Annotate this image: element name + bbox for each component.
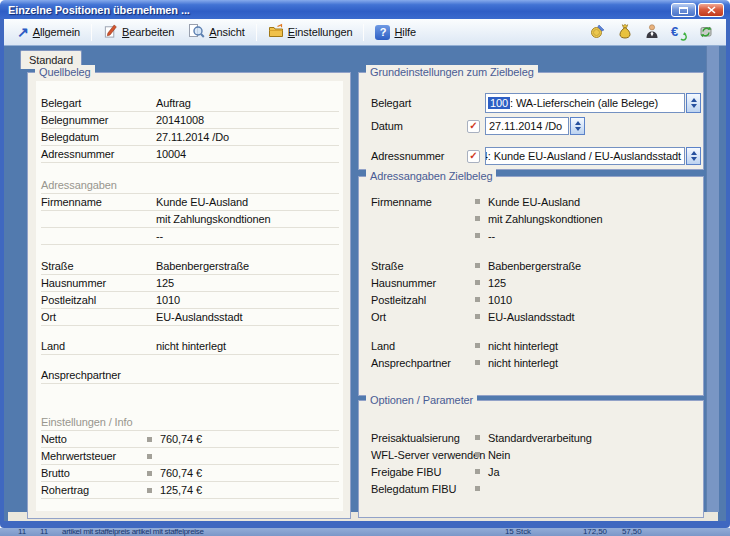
field-row: Netto760,74 € — [41, 431, 339, 448]
toolbar-right-icons: € — [590, 23, 720, 41]
belegart-spinner[interactable] — [686, 93, 701, 113]
restore-window-button[interactable] — [671, 3, 696, 17]
equals-marker-icon — [475, 280, 480, 285]
field-value: Babenbergerstraße — [156, 260, 249, 272]
belegart-row: Belegart 100 : WA-Lieferschein (alle Bel… — [371, 93, 701, 113]
field-value: Ja — [488, 466, 499, 478]
field-value: Auftrag — [156, 97, 191, 109]
menu-hilfe[interactable]: ? Hilfe — [368, 21, 423, 44]
field-value: 125,74 € — [160, 484, 202, 496]
bg-cell: 11 — [18, 528, 26, 536]
field-value: 1010 — [488, 294, 512, 306]
field-label: Hausnummer — [371, 277, 475, 289]
section-header: Adressangaben — [41, 177, 339, 194]
field-label: Belegart — [41, 97, 156, 109]
field-row: FirmennameKunde EU-Ausland — [41, 194, 339, 211]
euro-icon[interactable]: € — [671, 24, 687, 40]
field-label: Hausnummer — [41, 277, 156, 289]
field-label: Ort — [371, 311, 475, 323]
adressnummer-spinner[interactable] — [686, 147, 701, 165]
field-label: Adressnummer — [41, 148, 156, 160]
field-label: Belegart — [371, 97, 467, 109]
menu-einstellungen[interactable]: Einstellungen — [261, 21, 360, 44]
person-icon[interactable] — [644, 23, 660, 41]
field-label: Preisaktualsierung — [371, 432, 475, 444]
field-label: Datum — [371, 120, 467, 132]
field-value: -- — [488, 230, 495, 242]
equals-marker-icon — [475, 216, 480, 221]
recycle-icon[interactable] — [698, 23, 714, 41]
datum-input[interactable]: 27.11.2014 /Do — [485, 117, 569, 135]
field-row: OrtEU-Auslandsstadt — [371, 308, 701, 325]
bg-cell: artikel mit staffelpreis artikel mit sta… — [62, 528, 204, 536]
help-icon: ? — [375, 25, 390, 40]
field-label: Postleitzahl — [371, 294, 475, 306]
checked-note-icon[interactable]: ✓ — [467, 120, 480, 133]
field-label: WFL-Server verwenden — [371, 449, 475, 461]
belegart-combobox[interactable]: 100 : WA-Lieferschein (alle Belege) — [485, 93, 685, 113]
field-row: Landnicht hinterlegt — [371, 337, 701, 354]
window-border-right — [726, 19, 730, 521]
equals-marker-icon — [475, 297, 480, 302]
field-value: EU-Auslandsstadt — [156, 311, 242, 323]
section-header: Einstellungen / Info — [41, 414, 339, 431]
field-value: Kunde EU-Ausland — [488, 196, 580, 208]
field-row: Ansprechpartnernicht hinterlegt — [371, 354, 701, 371]
arrow-ne-icon: ↗ — [17, 25, 29, 39]
field-label: Firmenname — [41, 196, 156, 208]
equals-marker-icon — [475, 343, 480, 348]
field-row: Adressnummer10004 — [41, 146, 339, 163]
bg-cell: 57,50 — [622, 528, 642, 536]
equals-marker-icon — [475, 435, 480, 440]
field-value: nicht hinterlegt — [156, 340, 226, 352]
menu-ansicht[interactable]: Ansicht — [181, 21, 251, 44]
adressnummer-input[interactable]: 10004: Kunde EU-Ausland / EU-Auslandssta… — [485, 147, 685, 165]
field-row: BelegartAuftrag — [41, 95, 339, 112]
field-value: -- — [156, 230, 163, 242]
close-window-button[interactable] — [698, 3, 724, 17]
field-row: WFL-Server verwendenNein — [371, 446, 701, 463]
field-value: 125 — [156, 277, 174, 289]
menu-allgemein[interactable]: ↗ Allgemein — [10, 21, 87, 44]
field-row: Brutto760,74 € — [41, 465, 339, 482]
field-value: nicht hinterlegt — [488, 340, 558, 352]
equals-marker-icon — [147, 471, 152, 476]
field-row: Hausnummer125 — [41, 275, 339, 292]
coin-pencil-icon[interactable] — [590, 23, 606, 41]
field-value: 27.11.2014 /Do — [156, 131, 229, 143]
field-row: OrtEU-Auslandsstadt — [41, 309, 339, 326]
field-label: Freigabe FIBU — [371, 466, 475, 478]
field-value: 760,74 € — [160, 467, 202, 479]
datum-spinner[interactable] — [570, 117, 585, 135]
field-label: Land — [371, 340, 475, 352]
grundeinstellungen-group: Grundeinstellungen zum Zielbeleg Belegar… — [358, 72, 704, 170]
field-value: 10004 — [156, 148, 186, 160]
field-label: Belegdatum FIBU — [371, 483, 475, 495]
menu-hilfe-label: Hilfe — [394, 26, 416, 38]
field-row: FirmennameKunde EU-Ausland — [371, 193, 701, 210]
money-bag-icon[interactable] — [617, 23, 633, 41]
field-value: Standardverarbeitung — [488, 432, 592, 444]
menu-ansicht-label: Ansicht — [209, 26, 244, 38]
equals-marker-icon — [475, 360, 480, 365]
checked-note-icon[interactable]: ✓ — [467, 150, 480, 163]
bg-cell: 11 — [40, 528, 48, 536]
field-value: 760,74 € — [160, 433, 202, 445]
menu-allgemein-label: Allgemein — [33, 26, 80, 38]
field-label: Adressnummer — [371, 150, 467, 162]
right-edge-strip — [706, 46, 719, 512]
equals-marker-icon — [147, 454, 152, 459]
toolbar-separator — [256, 24, 257, 41]
equals-marker-icon — [475, 486, 480, 491]
field-row: StraßeBabenbergerstraße — [41, 258, 339, 275]
combobox-selection: 100 — [488, 97, 510, 109]
field-row: Hausnummer125 — [371, 274, 701, 291]
menu-bearbeiten[interactable]: Bearbeiten — [96, 21, 181, 44]
field-label: Postleitzahl — [41, 294, 156, 306]
title-bar[interactable]: Einzelne Positionen übernehmen ... — [0, 0, 730, 19]
equals-marker-icon — [475, 233, 480, 238]
adressangaben-zielbeleg-group: Adressangaben Zielbeleg FirmennameKunde … — [358, 176, 704, 396]
field-label: Belegnummer — [41, 114, 156, 126]
field-label: Netto — [41, 433, 147, 445]
field-row: Rohertrag125,74 € — [41, 482, 339, 499]
